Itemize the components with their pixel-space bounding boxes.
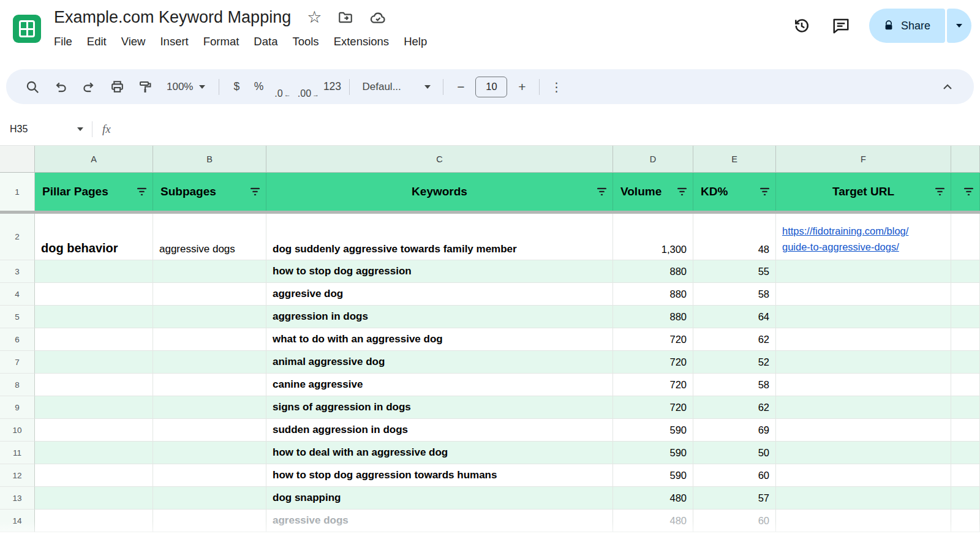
row-header-7[interactable]: 7 xyxy=(0,351,35,374)
more-formats-button[interactable]: 123 xyxy=(321,75,343,99)
cell-partial-row-6[interactable] xyxy=(951,328,980,351)
cell-url-row-13[interactable] xyxy=(776,487,951,510)
header-cell-pillar-pages[interactable]: Pillar Pages xyxy=(35,173,153,211)
row-header-5[interactable]: 5 xyxy=(0,306,35,328)
cell-kd-row-5[interactable]: 64 xyxy=(693,306,776,328)
move-folder-icon[interactable] xyxy=(337,10,353,26)
cell-kd-row-11[interactable]: 50 xyxy=(693,442,776,464)
cell-url-row-3[interactable] xyxy=(776,260,951,283)
header-cell-target-url[interactable]: Target URL xyxy=(776,173,951,211)
filter-icon[interactable] xyxy=(963,187,974,197)
cell-subpage-row-11[interactable] xyxy=(153,442,266,464)
cell-partial-row-5[interactable] xyxy=(951,306,980,328)
sheets-logo[interactable] xyxy=(13,15,41,43)
cell-url-row-2[interactable]: https://fidotraining.com/blog/guide-to-a… xyxy=(776,214,951,260)
increase-font-size-button[interactable]: + xyxy=(511,75,533,99)
row-header-10[interactable]: 10 xyxy=(0,419,35,442)
row-header-13[interactable]: 13 xyxy=(0,487,35,510)
cell-subpage-row-13[interactable] xyxy=(153,487,266,510)
filter-icon[interactable] xyxy=(137,187,147,197)
cell-url-row-12[interactable] xyxy=(776,464,951,487)
menu-insert[interactable]: Insert xyxy=(153,33,195,50)
cell-partial-row-14[interactable] xyxy=(951,510,980,532)
zoom-dropdown[interactable]: 100% xyxy=(159,75,213,99)
column-header-b[interactable]: B xyxy=(153,146,266,173)
cell-keyword-row-7[interactable]: animal aggressive dog xyxy=(266,351,613,374)
menu-help[interactable]: Help xyxy=(396,33,434,50)
cell-subpage-row-4[interactable] xyxy=(153,283,266,306)
row-header-11[interactable]: 11 xyxy=(0,442,35,464)
filter-icon[interactable] xyxy=(760,187,770,197)
cell-url-row-6[interactable] xyxy=(776,328,951,351)
cell-keyword-row-4[interactable]: aggresive dog xyxy=(266,283,613,306)
cell-url-row-10[interactable] xyxy=(776,419,951,442)
cell-partial-row-9[interactable] xyxy=(951,396,980,419)
cell-kd-row-6[interactable]: 62 xyxy=(693,328,776,351)
cell-pillar-row-6[interactable] xyxy=(35,328,153,351)
cell-kd-row-4[interactable]: 58 xyxy=(693,283,776,306)
cell-kd-row-10[interactable]: 69 xyxy=(693,419,776,442)
cell-volume-row-14[interactable]: 480 xyxy=(613,510,693,532)
column-header-e[interactable]: E xyxy=(693,146,776,173)
menu-view[interactable]: View xyxy=(114,33,153,50)
cell-keyword-row-14[interactable]: agressive dogs xyxy=(266,510,613,532)
cell-pillar-row-14[interactable] xyxy=(35,510,153,532)
cell-pillar-row-13[interactable] xyxy=(35,487,153,510)
undo-button[interactable] xyxy=(47,75,75,99)
cell-pillar-row-10[interactable] xyxy=(35,419,153,442)
cell-pillar-row-11[interactable] xyxy=(35,442,153,464)
cell-volume-row-5[interactable]: 880 xyxy=(613,306,693,328)
row-header-1[interactable]: 1 xyxy=(0,173,35,211)
cell-volume-row-3[interactable]: 880 xyxy=(613,260,693,283)
menu-tools[interactable]: Tools xyxy=(285,33,326,50)
redo-button[interactable] xyxy=(75,75,103,99)
cell-partial-row-11[interactable] xyxy=(951,442,980,464)
cell-url-row-5[interactable] xyxy=(776,306,951,328)
font-size-input[interactable]: 10 xyxy=(475,77,507,97)
share-button[interactable]: Share xyxy=(869,9,945,43)
cell-partial-row-3[interactable] xyxy=(951,260,980,283)
cell-kd-row-2[interactable]: 48 xyxy=(693,214,776,260)
row-header-3[interactable]: 3 xyxy=(0,260,35,283)
cell-pillar-row-9[interactable] xyxy=(35,396,153,419)
star-icon[interactable]: ☆ xyxy=(307,9,322,26)
cell-keyword-row-13[interactable]: dog snapping xyxy=(266,487,613,510)
header-cell-kd-[interactable]: KD% xyxy=(693,173,776,211)
column-header-d[interactable]: D xyxy=(613,146,693,173)
row-header-8[interactable]: 8 xyxy=(0,374,35,396)
cell-subpage-row-3[interactable] xyxy=(153,260,266,283)
filter-icon[interactable] xyxy=(677,187,687,197)
cell-keyword-row-10[interactable]: sudden aggression in dogs xyxy=(266,419,613,442)
cell-kd-row-7[interactable]: 52 xyxy=(693,351,776,374)
cell-kd-row-13[interactable]: 57 xyxy=(693,487,776,510)
cell-volume-row-2[interactable]: 1,300 xyxy=(613,214,693,260)
cell-volume-row-4[interactable]: 880 xyxy=(613,283,693,306)
row-header-9[interactable]: 9 xyxy=(0,396,35,419)
text-style-dropdown[interactable]: Defaul... xyxy=(356,75,437,99)
cell-kd-row-9[interactable]: 62 xyxy=(693,396,776,419)
select-all-corner[interactable] xyxy=(0,146,35,173)
cell-kd-row-14[interactable]: 60 xyxy=(693,510,776,532)
column-header-partial[interactable] xyxy=(951,146,980,173)
cell-subpage-row-9[interactable] xyxy=(153,396,266,419)
decrease-font-size-button[interactable]: − xyxy=(450,75,472,99)
column-header-c[interactable]: C xyxy=(266,146,613,173)
cell-subpage-row-10[interactable] xyxy=(153,419,266,442)
cell-pillar-row-7[interactable] xyxy=(35,351,153,374)
cell-volume-row-13[interactable]: 480 xyxy=(613,487,693,510)
cell-url-row-11[interactable] xyxy=(776,442,951,464)
format-currency-button[interactable]: $ xyxy=(225,75,247,99)
cell-url-row-14[interactable] xyxy=(776,510,951,532)
row-header-2[interactable]: 2 xyxy=(0,214,35,260)
menu-format[interactable]: Format xyxy=(196,33,247,50)
menu-edit[interactable]: Edit xyxy=(80,33,114,50)
row-header-4[interactable]: 4 xyxy=(0,283,35,306)
hide-menus-button[interactable] xyxy=(933,75,962,99)
cell-keyword-row-8[interactable]: canine aggressive xyxy=(266,374,613,396)
paint-format-button[interactable] xyxy=(131,75,159,99)
increase-decimal-button[interactable]: .00→ xyxy=(295,75,321,99)
cell-subpage-row-2[interactable]: aggressive dogs xyxy=(153,214,266,260)
cell-kd-row-3[interactable]: 55 xyxy=(693,260,776,283)
cell-url-row-9[interactable] xyxy=(776,396,951,419)
cell-partial-row-10[interactable] xyxy=(951,419,980,442)
